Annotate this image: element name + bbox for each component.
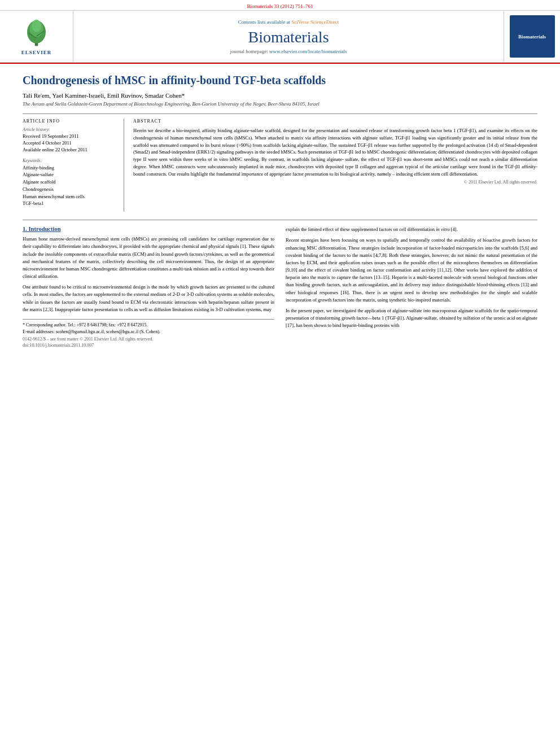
article-history: Article history: Received 19 September 2… <box>23 127 117 154</box>
article-info-abstract: Article Info Article history: Received 1… <box>23 113 537 212</box>
elsevier-logo: ELSEVIER <box>21 18 52 55</box>
body-para-3: explain the limited effect of these supp… <box>286 226 537 233</box>
article-content: Chondrogenesis of hMSC in affinity-bound… <box>0 64 560 357</box>
journal-banner: ELSEVIER Contents lists available at Sci… <box>0 10 560 63</box>
corresponding-author: * Corresponding author. Tel.: +972 8 646… <box>23 322 274 329</box>
journal-logo-box: Biomaterials <box>504 11 560 62</box>
body-para-1: Human bone marrow-derived mesenchymal st… <box>23 235 274 280</box>
article-authors: Tali Re'em, Yael Kaminer-Israeli, Emil R… <box>23 92 537 99</box>
elsevier-logo-box: ELSEVIER <box>0 11 73 62</box>
article-affiliation: The Avram and Stella Goldstein-Goren Dep… <box>23 101 537 107</box>
keyword-2: Alginate-sulfate <box>23 171 117 178</box>
journal-header: Biomaterials 33 (2012) 751–761 ELSEVIER <box>0 0 560 64</box>
biomaterials-logo: Biomaterials <box>510 15 555 58</box>
body-para-2: One attribute found to be critical to mi… <box>23 283 274 313</box>
sciverse-anchor[interactable]: SciVerse ScienceDirect <box>291 19 339 25</box>
keyword-3: Alginate scaffold <box>23 178 117 186</box>
body-para-4: Recent strategies have been focusing on … <box>286 237 537 304</box>
keywords-list: Affinity-binding Alginate-sulfate Algina… <box>23 164 117 208</box>
history-label: Article history: <box>23 127 117 132</box>
available-date: Available online 22 October 2011 <box>23 147 117 154</box>
keywords-label: Keywords: <box>23 158 117 163</box>
journal-citation: Biomaterials 33 (2012) 751–761 <box>0 2 560 10</box>
received-date: Received 19 September 2011 <box>23 133 117 140</box>
footnote-area: * Corresponding author. Tel.: +972 8 646… <box>23 319 274 348</box>
body-para-5: In the present paper, we investigated th… <box>286 307 537 330</box>
section-divider <box>23 220 537 220</box>
svg-point-3 <box>32 20 41 32</box>
keywords-group: Keywords: Affinity-binding Alginate-sulf… <box>23 158 117 208</box>
copyright-line: © 2011 Elsevier Ltd. All rights reserved… <box>133 180 537 185</box>
body-right-col: explain the limited effect of these supp… <box>286 226 537 348</box>
keyword-6: TGF-beta1 <box>23 200 117 207</box>
article-title: Chondrogenesis of hMSC in affinity-bound… <box>23 73 537 88</box>
journal-homepage: journal homepage: www.elsevier.com/locat… <box>230 49 347 54</box>
accepted-date: Accepted 4 October 2011 <box>23 140 117 147</box>
homepage-link[interactable]: www.elsevier.com/locate/biomaterials <box>269 49 347 54</box>
section1-heading: 1. Introduction <box>23 226 274 232</box>
journal-center: Contents lists available at SciVerse Sci… <box>73 11 504 62</box>
abstract-text: Herein we describe a bio-inspired, affin… <box>133 127 537 177</box>
keyword-1: Affinity-binding <box>23 164 117 172</box>
keyword-4: Chondrogenesis <box>23 186 117 193</box>
sciverse-link: Contents lists available at SciVerse Sci… <box>238 19 339 25</box>
body-left-col: 1. Introduction Human bone marrow-derive… <box>23 226 274 348</box>
abstract-column: Abstract Herein we describe a bio-inspir… <box>133 119 537 212</box>
issn-line: 0142-9612/$ – see front matter © 2011 El… <box>23 337 274 342</box>
body-text: 1. Introduction Human bone marrow-derive… <box>23 226 537 348</box>
elsevier-tree-icon <box>21 18 52 49</box>
abstract-label: Abstract <box>133 119 537 124</box>
doi-line: doi:10.1016/j.biomaterials.2011.10.007 <box>23 343 274 348</box>
article-info-column: Article Info Article history: Received 1… <box>23 119 124 212</box>
article-info-label: Article Info <box>23 119 117 124</box>
journal-title: Biomaterials <box>248 28 329 46</box>
keyword-5: Human mesenchymal stem cells <box>23 193 117 200</box>
email-line: E-mail addresses: scohen@bgumail.bgu.ac.… <box>23 329 274 335</box>
elsevier-label: ELSEVIER <box>21 50 52 55</box>
